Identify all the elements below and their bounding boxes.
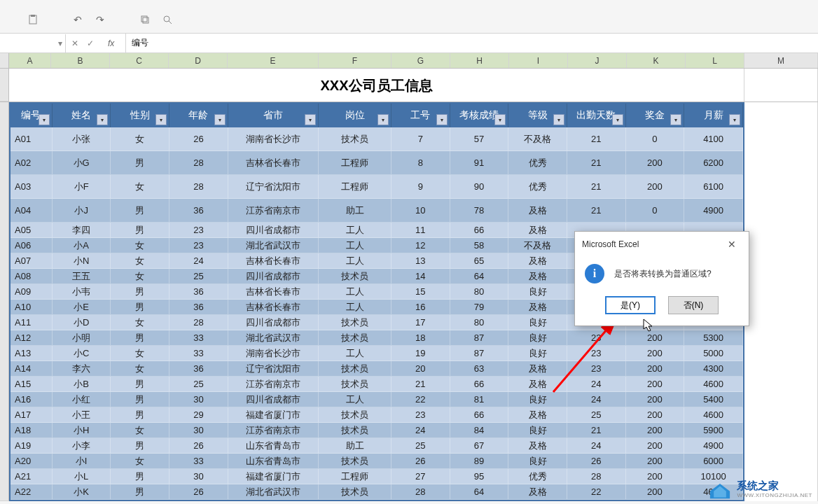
cell-score[interactable]: 89 (450, 454, 509, 469)
cell-days[interactable]: 28 (567, 469, 626, 484)
cell-score[interactable]: 58 (450, 238, 509, 253)
cell-prov[interactable]: 福建省厦门市 (228, 407, 319, 423)
cell-grade[interactable]: 及格 (508, 361, 567, 377)
cell-wid[interactable]: 21 (391, 377, 450, 392)
cell-bonus[interactable]: 200 (626, 346, 685, 361)
cell-score[interactable]: 84 (450, 423, 509, 438)
cell-prov[interactable]: 吉林省长春市 (228, 300, 319, 315)
cell-age[interactable]: 36 (169, 199, 228, 223)
cell-days[interactable]: 26 (567, 454, 626, 469)
cell-score[interactable]: 87 (450, 330, 509, 346)
cell-score[interactable]: 64 (450, 484, 509, 500)
cell-grade[interactable]: 及格 (508, 269, 567, 284)
cell-sex[interactable]: 男 (111, 438, 169, 454)
table-row[interactable]: A01小张女26湖南省长沙市技术员757不及格2104100 (11, 127, 743, 151)
cell-days[interactable]: 23 (567, 346, 626, 361)
cell-wid[interactable]: 14 (391, 269, 450, 284)
cell-id[interactable]: A13 (11, 346, 53, 361)
cell-grade[interactable]: 良好 (508, 330, 567, 346)
cell-id[interactable]: A11 (11, 315, 53, 330)
cell-sex[interactable]: 女 (111, 315, 169, 330)
cell-age[interactable]: 24 (169, 253, 228, 269)
cell-name[interactable]: 王五 (53, 269, 111, 284)
formula-input[interactable] (126, 34, 818, 52)
cell-name[interactable]: 小C (53, 346, 111, 361)
cell-days[interactable]: 24 (567, 438, 626, 454)
cell-sex[interactable]: 男 (111, 330, 169, 346)
col-header-D[interactable]: D (169, 53, 228, 68)
cell-bonus[interactable]: 200 (626, 377, 685, 392)
cell-salary[interactable]: 5400 (684, 392, 743, 407)
cell-prov[interactable]: 四川省成都市 (228, 223, 319, 238)
table-row[interactable]: A18小H女30江苏省南京市技术员2484良好212005900 (11, 423, 743, 438)
cell-id[interactable]: A20 (11, 454, 53, 469)
table-row[interactable]: A19小李男26山东省青岛市助工2567及格242004900 (11, 438, 743, 454)
table-row[interactable]: A02小G男28吉林省长春市工程师891优秀212006200 (11, 151, 743, 175)
empty-cell[interactable] (744, 69, 818, 102)
cell-score[interactable]: 64 (450, 269, 509, 284)
yes-button[interactable]: 是(Y) (605, 296, 656, 314)
cell-job[interactable]: 工人 (319, 253, 391, 269)
cell-name[interactable]: 小B (53, 377, 111, 392)
close-button[interactable]: ✕ (722, 234, 742, 254)
cell-job[interactable]: 工程师 (319, 151, 391, 175)
cell-wid[interactable]: 20 (391, 361, 450, 377)
cell-score[interactable]: 78 (450, 199, 509, 223)
cell-sex[interactable]: 男 (111, 284, 169, 300)
cell-sex[interactable]: 男 (111, 300, 169, 315)
col-header-C[interactable]: C (110, 53, 169, 68)
cell-age[interactable]: 28 (169, 151, 228, 175)
cell-grade[interactable]: 及格 (508, 300, 567, 315)
name-box[interactable]: ▾ (0, 34, 66, 52)
dialog-titlebar[interactable]: Microsoft Excel ✕ (575, 232, 749, 257)
cell-wid[interactable]: 27 (391, 469, 450, 484)
cell-name[interactable]: 小I (53, 454, 111, 469)
table-row[interactable]: A15小B男25江苏省南京市技术员2166及格242004600 (11, 377, 743, 392)
cell-prov[interactable]: 四川省成都市 (228, 269, 319, 284)
cell-age[interactable]: 33 (169, 346, 228, 361)
cell-wid[interactable]: 22 (391, 392, 450, 407)
cell-name[interactable]: 小李 (53, 438, 111, 454)
cell-age[interactable]: 30 (169, 392, 228, 407)
cell-wid[interactable]: 18 (391, 330, 450, 346)
cell-salary[interactable]: 5900 (684, 423, 743, 438)
table-row[interactable]: A13小C女33湖南省长沙市工人1987良好232005000 (11, 346, 743, 361)
cell-name[interactable]: 小韦 (53, 284, 111, 300)
cell-bonus[interactable]: 200 (626, 392, 685, 407)
cell-grade[interactable]: 良好 (508, 346, 567, 361)
cell-sex[interactable]: 女 (111, 269, 169, 284)
table-row[interactable]: A14李六女36辽宁省沈阳市技术员2063及格232004300 (11, 361, 743, 377)
cell-sex[interactable]: 女 (111, 238, 169, 253)
cell-score[interactable]: 66 (450, 407, 509, 423)
cell-days[interactable]: 24 (567, 392, 626, 407)
cell-grade[interactable]: 优秀 (508, 469, 567, 484)
filter-button[interactable]: ▾ (729, 114, 740, 125)
cell-name[interactable]: 小张 (53, 127, 111, 151)
filter-button[interactable]: ▾ (670, 114, 681, 125)
cell-bonus[interactable]: 200 (626, 151, 685, 175)
cell-age[interactable]: 23 (169, 238, 228, 253)
cell-prov[interactable]: 吉林省长春市 (228, 253, 319, 269)
cell-prov[interactable]: 江苏省南京市 (228, 377, 319, 392)
cell-sex[interactable]: 女 (111, 346, 169, 361)
cell-age[interactable]: 30 (169, 423, 228, 438)
cell-bonus[interactable]: 200 (626, 484, 685, 500)
cell-score[interactable]: 87 (450, 346, 509, 361)
cell-bonus[interactable]: 200 (626, 423, 685, 438)
cell-name[interactable]: 小王 (53, 407, 111, 423)
cell-id[interactable]: A01 (11, 127, 53, 151)
select-all-corner[interactable] (0, 53, 9, 68)
cell-sex[interactable]: 女 (111, 175, 169, 199)
cell-score[interactable]: 57 (450, 127, 509, 151)
cell-prov[interactable]: 吉林省长春市 (228, 284, 319, 300)
cell-prov[interactable]: 吉林省长春市 (228, 151, 319, 175)
paste-button[interactable] (25, 11, 41, 28)
col-header-B[interactable]: B (51, 53, 110, 68)
cell-score[interactable]: 66 (450, 377, 509, 392)
cell-grade[interactable]: 优秀 (508, 175, 567, 199)
cell-wid[interactable]: 7 (391, 127, 450, 151)
cell-wid[interactable]: 25 (391, 438, 450, 454)
cell-bonus[interactable]: 200 (626, 438, 685, 454)
cell-age[interactable]: 26 (169, 438, 228, 454)
table-row[interactable]: A17小王男29福建省厦门市技术员2366及格252004600 (11, 407, 743, 423)
